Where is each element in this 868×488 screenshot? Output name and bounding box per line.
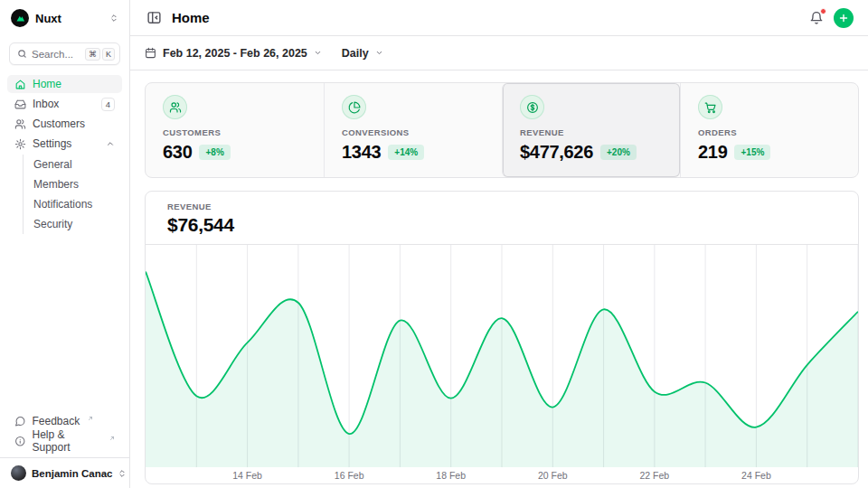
sidebar-subitem-notifications[interactable]: Notifications <box>24 194 122 214</box>
page-title: Home <box>172 10 799 25</box>
sidebar-item-label: Inbox <box>33 98 59 110</box>
stat-card-revenue[interactable]: REVENUE $477,626 +20% <box>502 83 680 177</box>
area-chart-svg <box>146 245 858 467</box>
info-icon <box>14 436 26 447</box>
sidebar-item-home[interactable]: Home <box>7 75 122 93</box>
page-header: Home <box>130 0 868 36</box>
kbd-k: K <box>102 48 115 61</box>
x-axis-tick-label: 16 Feb <box>335 470 364 481</box>
stat-card-conversions[interactable]: CONVERSIONS 1343 +14% <box>324 83 502 177</box>
sidebar-nav: Home Inbox4 Customers SettingsGeneralMem… <box>0 73 129 236</box>
kbd-cmd: ⌘ <box>85 48 100 61</box>
stat-value: 219 <box>698 142 727 163</box>
sidebar: Nuxt Search... ⌘K Home Inbox4 Customers … <box>0 0 130 488</box>
message-icon <box>14 416 26 427</box>
chevron-down-icon <box>314 49 322 57</box>
notifications-button[interactable] <box>807 9 826 27</box>
stat-value: $477,626 <box>520 142 593 163</box>
stat-label: REVENUE <box>520 127 663 137</box>
stat-label: ORDERS <box>698 127 841 137</box>
filter-toolbar: Feb 12, 2025 - Feb 26, 2025 Daily <box>130 36 868 70</box>
x-axis-tick-label: 24 Feb <box>741 470 771 481</box>
external-icon <box>88 416 93 421</box>
cart-icon-circle <box>698 95 722 119</box>
sidebar-subitem-general[interactable]: General <box>24 155 122 174</box>
dollar-icon-circle <box>520 95 544 119</box>
sidebar-link-help-support[interactable]: Help & Support <box>7 432 122 450</box>
date-range-value: Feb 12, 2025 - Feb 26, 2025 <box>163 47 307 60</box>
notification-dot <box>820 8 826 14</box>
sidebar-item-inbox[interactable]: Inbox4 <box>7 95 122 113</box>
sidebar-subitem-security[interactable]: Security <box>24 214 122 234</box>
search-input[interactable]: Search... ⌘K <box>9 42 120 65</box>
sidebar-link-feedback[interactable]: Feedback <box>7 412 122 430</box>
period-select[interactable]: Daily <box>342 47 383 60</box>
calendar-icon <box>145 47 156 59</box>
x-axis-tick-label: 14 Feb <box>232 470 262 481</box>
chevron-down-icon <box>375 49 383 57</box>
user-avatar <box>11 465 26 481</box>
user-menu[interactable]: Benjamin Canac <box>0 457 129 488</box>
sidebar-item-label: Home <box>33 78 61 90</box>
workspace-switcher[interactable]: Nuxt <box>0 0 129 36</box>
sidebar-footer: Feedback Help & Support <box>0 412 129 457</box>
sidebar-item-label: Settings <box>33 137 71 150</box>
chart-current-value: $76,544 <box>167 214 836 236</box>
chevron-up-icon <box>106 139 115 148</box>
home-icon <box>14 79 26 90</box>
sidebar-item-settings[interactable]: Settings <box>7 135 122 153</box>
date-range-picker[interactable]: Feb 12, 2025 - Feb 26, 2025 <box>145 47 322 60</box>
sidebar-subnav: GeneralMembersNotificationsSecurity <box>23 155 122 234</box>
pie-icon-circle <box>342 95 366 119</box>
users-icon <box>14 118 26 130</box>
users-icon-circle <box>163 95 187 119</box>
plus-icon <box>838 13 849 23</box>
users-icon <box>169 101 182 114</box>
stat-label: CUSTOMERS <box>163 127 307 137</box>
inbox-icon <box>14 99 26 110</box>
sidebar-link-label: Feedback <box>33 415 80 427</box>
stat-value: 630 <box>163 142 192 163</box>
workspace-name: Nuxt <box>35 12 103 25</box>
chevrons-up-down-icon <box>109 14 118 23</box>
user-name: Benjamin Canac <box>32 468 112 479</box>
stat-value: 1343 <box>342 142 381 163</box>
stat-delta-badge: +15% <box>734 145 770 160</box>
sidebar-spacer <box>0 236 129 412</box>
stats-row: CUSTOMERS 630 +8% CONVERSIONS 1343 +14% … <box>145 82 859 178</box>
sidebar-item-customers[interactable]: Customers <box>7 115 122 133</box>
add-button[interactable] <box>834 8 854 28</box>
inbox-count-badge: 4 <box>101 98 115 111</box>
app-window: Nuxt Search... ⌘K Home Inbox4 Customers … <box>0 0 868 488</box>
chevrons-up-down-icon <box>118 469 127 478</box>
period-value: Daily <box>342 47 369 60</box>
sidebar-item-label: Customers <box>33 117 85 130</box>
gear-icon <box>14 138 26 150</box>
x-axis-tick-label: 18 Feb <box>436 470 466 481</box>
nuxt-logo-icon <box>11 9 29 27</box>
revenue-chart-card: REVENUE $76,544 14 Feb16 Feb18 Feb20 Feb… <box>145 191 859 484</box>
stat-delta-badge: +20% <box>600 145 637 160</box>
main-panel: Home Feb 12, 2025 - Feb 26, 2025 Daily <box>130 0 868 488</box>
stat-delta-badge: +8% <box>199 145 230 160</box>
search-shortcut: ⌘K <box>85 48 115 61</box>
cart-icon <box>704 101 717 114</box>
chart-header: REVENUE $76,544 <box>146 192 858 245</box>
x-axis-tick-label: 20 Feb <box>538 470 568 481</box>
collapse-group-icon[interactable] <box>106 139 115 148</box>
sidebar-link-label: Help & Support <box>33 428 102 454</box>
stat-card-orders[interactable]: ORDERS 219 +15% <box>680 83 858 177</box>
stat-label: CONVERSIONS <box>342 127 485 137</box>
chart-title: REVENUE <box>167 202 836 211</box>
collapse-sidebar-button[interactable] <box>145 8 164 27</box>
sidebar-subitem-members[interactable]: Members <box>24 174 122 194</box>
search-placeholder: Search... <box>32 49 80 60</box>
external-icon <box>109 436 115 441</box>
pie-icon <box>348 101 361 114</box>
x-axis-tick-label: 22 Feb <box>639 470 669 481</box>
revenue-area-chart[interactable] <box>146 245 858 467</box>
chart-x-axis: 14 Feb16 Feb18 Feb20 Feb22 Feb24 Feb <box>146 467 858 483</box>
dollar-icon <box>526 101 539 114</box>
stat-card-customers[interactable]: CUSTOMERS 630 +8% <box>146 83 324 177</box>
search-icon <box>17 49 27 59</box>
